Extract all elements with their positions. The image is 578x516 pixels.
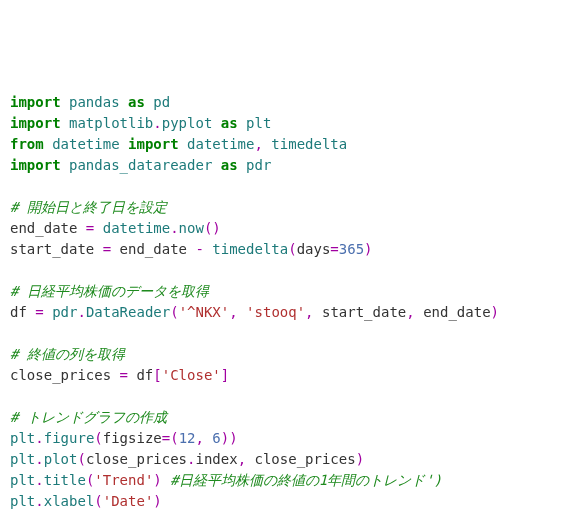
token-op: , [229, 304, 237, 320]
token-op: . [153, 115, 161, 131]
token-op: - [195, 241, 203, 257]
token-op: ( [170, 304, 178, 320]
token-mod: plt [246, 115, 271, 131]
token-op: [ [153, 367, 161, 383]
token-kw: as [221, 157, 238, 173]
token-id: days [297, 241, 331, 257]
token-op: ) [153, 493, 161, 509]
token-mod: pandas [69, 94, 120, 110]
token-mod: pandas_datareader [69, 157, 212, 173]
token-id: df [10, 304, 35, 320]
code-line [10, 176, 568, 197]
token-mod: plot [44, 451, 78, 467]
token-op: ( [94, 493, 102, 509]
token-mod: plt [10, 472, 35, 488]
token-op: . [77, 304, 85, 320]
token-id: end_date [10, 220, 86, 236]
token-cmt: # 終値の列を取得 [10, 346, 125, 362]
token-mod: pdr [52, 304, 77, 320]
token-str: '^NKX' [179, 304, 230, 320]
token-op: , [305, 304, 313, 320]
code-line: # 終値の列を取得 [10, 344, 568, 365]
token-op: . [35, 451, 43, 467]
token-id [44, 304, 52, 320]
token-op: ( [94, 430, 102, 446]
token-str: 'Close' [162, 367, 221, 383]
token-num: 12 [179, 430, 196, 446]
token-str: 'stooq' [246, 304, 305, 320]
token-mod: pyplot [162, 115, 213, 131]
token-id: close_prices [86, 451, 187, 467]
code-line: plt.title('Trend') #日経平均株価の終値の1年間のトレンド') [10, 470, 568, 491]
token-kw: import [128, 136, 179, 152]
code-line: from datetime import datetime, timedelta [10, 134, 568, 155]
token-str: 'Trend' [94, 472, 153, 488]
token-op: . [170, 220, 178, 236]
token-op: , [406, 304, 414, 320]
token-mod: pdr [246, 157, 271, 173]
token-cmt: # 日経平均株価のデータを取得 [10, 283, 209, 299]
token-mod: pd [153, 94, 170, 110]
token-kw: as [221, 115, 238, 131]
token-kw: import [10, 94, 61, 110]
token-num: 6 [212, 430, 220, 446]
code-line: import matplotlib.pyplot as plt [10, 113, 568, 134]
token-cmt: # トレンドグラフの作成 [10, 409, 167, 425]
token-mod: datetime [52, 136, 119, 152]
token-op: , [238, 451, 246, 467]
token-op: )) [221, 430, 238, 446]
token-id [179, 136, 187, 152]
token-cmt: # 開始日と終了日を設定 [10, 199, 167, 215]
token-op: ) [364, 241, 372, 257]
token-id: figsize [103, 430, 162, 446]
token-id [212, 157, 220, 173]
token-mod: now [179, 220, 204, 236]
code-line [10, 260, 568, 281]
token-id [212, 115, 220, 131]
token-id [238, 115, 246, 131]
token-op: . [35, 493, 43, 509]
token-mod: datetime [103, 220, 170, 236]
token-id: close_prices [10, 367, 120, 383]
token-num: 365 [339, 241, 364, 257]
token-id: df [128, 367, 153, 383]
token-id [120, 136, 128, 152]
token-id: index [195, 451, 237, 467]
token-op: ) [491, 304, 499, 320]
code-line: plt.ylabel('Close') [10, 512, 568, 516]
code-line: plt.xlabel('Date') [10, 491, 568, 512]
token-kw: import [10, 115, 61, 131]
token-op: ) [356, 451, 364, 467]
code-line: start_date = end_date - timedelta(days=3… [10, 239, 568, 260]
code-line: plt.plot(close_prices.index, close_price… [10, 449, 568, 470]
token-id [238, 157, 246, 173]
token-mod: plt [10, 451, 35, 467]
token-id [61, 115, 69, 131]
token-id: start_date [10, 241, 103, 257]
token-mod: timedelta [212, 241, 288, 257]
code-line: # 日経平均株価のデータを取得 [10, 281, 568, 302]
token-op: , [195, 430, 203, 446]
token-id [238, 304, 246, 320]
token-mod: figure [44, 430, 95, 446]
token-str: 'Date' [103, 493, 154, 509]
code-line: # トレンドグラフの作成 [10, 407, 568, 428]
token-op: ( [77, 451, 85, 467]
token-op: . [35, 430, 43, 446]
token-kw: as [128, 94, 145, 110]
token-id [61, 157, 69, 173]
token-mod: title [44, 472, 86, 488]
token-id: close_prices [246, 451, 356, 467]
code-line: import pandas_datareader as pdr [10, 155, 568, 176]
token-id [94, 220, 102, 236]
token-op: = [330, 241, 338, 257]
token-op: = [35, 304, 43, 320]
code-line: df = pdr.DataReader('^NKX', 'stooq', sta… [10, 302, 568, 323]
token-id: start_date [314, 304, 407, 320]
token-mod: DataReader [86, 304, 170, 320]
token-cmt: #日経平均株価の終値の1年間のトレンド') [170, 472, 442, 488]
token-id [61, 94, 69, 110]
token-id [44, 136, 52, 152]
token-id: end_date [415, 304, 491, 320]
token-id [162, 472, 170, 488]
